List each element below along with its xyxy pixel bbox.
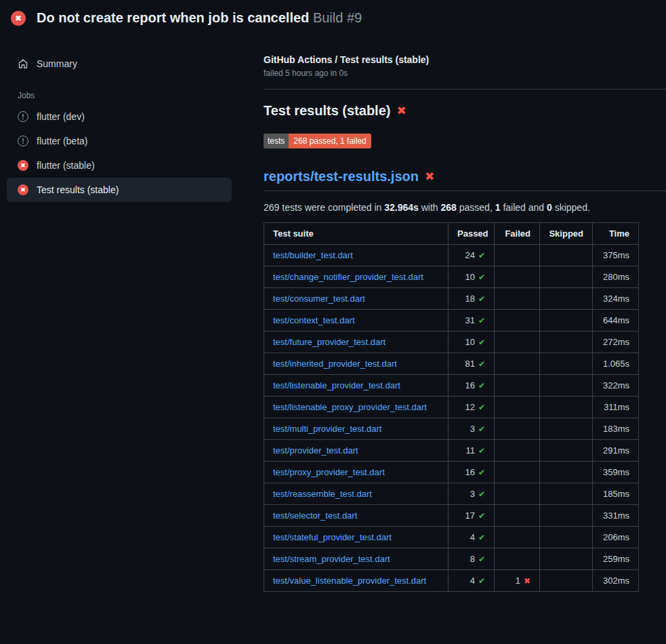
time-cell: 324ms (593, 288, 639, 310)
report-heading: reports/test-results.json ✖ (264, 169, 666, 191)
check-icon: ✔ (478, 555, 485, 564)
test-suite-link[interactable]: test/builder_test.dart (273, 250, 353, 260)
table-row: test/context_test.dart31✔644ms (264, 310, 639, 331)
suite-cell: test/inherited_provider_test.dart (264, 353, 449, 375)
header-test-suite: Test suite (264, 223, 449, 245)
section-title: Test results (stable) ✖ (264, 103, 666, 119)
failed-status-icon: ✖ (18, 184, 28, 195)
failed-cell: 1✖ (495, 570, 540, 592)
passed-count: 268 (441, 202, 457, 213)
run-title: Do not create report when job is cancell… (37, 10, 309, 25)
report-link[interactable]: reports/test-results.json (264, 169, 419, 184)
failed-cell (495, 440, 540, 462)
skipped-cell (540, 548, 593, 570)
check-icon: ✔ (478, 446, 485, 456)
test-suite-link[interactable]: test/reassemble_test.dart (273, 489, 372, 499)
status-line: failed 5 hours ago in 0s (264, 68, 666, 78)
skipped-cell (540, 353, 593, 375)
duration-value: 32.964s (384, 202, 419, 213)
failed-cell (495, 505, 540, 527)
sidebar-item-summary[interactable]: Summary (7, 52, 232, 76)
test-suite-link[interactable]: test/proxy_provider_test.dart (273, 467, 385, 477)
check-icon: ✔ (478, 533, 485, 542)
sidebar-item-test-results-stable[interactable]: ✖ Test results (stable) (7, 178, 232, 202)
neutral-status-icon: ! (18, 136, 28, 146)
table-row: test/listenable_provider_test.dart16✔322… (264, 375, 639, 397)
header-failed: Failed (495, 223, 540, 245)
test-suite-link[interactable]: test/selector_test.dart (273, 510, 357, 521)
failed-cell (495, 288, 540, 310)
failed-count: 1 (495, 202, 501, 213)
page-title: Do not create report when job is cancell… (37, 10, 362, 26)
test-suite-link[interactable]: test/stream_provider_test.dart (273, 554, 390, 564)
failed-status-icon: ✖ (11, 11, 26, 26)
suite-cell: test/provider_test.dart (264, 440, 449, 462)
time-cell: 331ms (593, 505, 639, 527)
suite-cell: test/future_provider_test.dart (264, 331, 449, 353)
sidebar: Summary Jobs ! flutter (dev) ! flutter (… (0, 34, 232, 202)
passed-cell: 24✔ (449, 245, 495, 266)
skipped-cell (540, 266, 593, 288)
check-icon: ✔ (478, 338, 485, 347)
sidebar-item-flutter-stable[interactable]: ✖ flutter (stable) (7, 153, 232, 178)
test-suite-link[interactable]: test/future_provider_test.dart (273, 337, 386, 347)
test-suite-link[interactable]: test/inherited_provider_test.dart (273, 359, 397, 369)
test-suite-link[interactable]: test/multi_provider_test.dart (273, 424, 381, 434)
time-cell: 375ms (593, 245, 639, 266)
test-suite-link[interactable]: test/listenable_provider_test.dart (273, 380, 400, 390)
sidebar-item-flutter-dev[interactable]: ! flutter (dev) (7, 104, 232, 129)
failed-cell (495, 266, 540, 288)
test-suite-link[interactable]: test/context_test.dart (273, 315, 355, 325)
test-suite-link[interactable]: test/change_notifier_provider_test.dart (273, 272, 423, 282)
test-table-body: test/builder_test.dart24✔375mstest/chang… (264, 245, 639, 592)
failed-cell (495, 483, 540, 505)
time-cell: 259ms (593, 548, 639, 570)
header-time: Time (593, 223, 639, 245)
skipped-cell (540, 440, 593, 462)
suite-cell: test/proxy_provider_test.dart (264, 462, 449, 483)
table-row: test/provider_test.dart11✔291ms (264, 440, 639, 462)
suite-cell: test/builder_test.dart (264, 245, 449, 266)
suite-cell: test/listenable_proxy_provider_test.dart (264, 397, 449, 418)
job-label: Test results (stable) (37, 184, 119, 195)
skipped-cell (540, 570, 593, 592)
skipped-cell (540, 375, 593, 397)
failed-status-icon: ✖ (18, 160, 28, 171)
badge-value: 268 passed, 1 failed (289, 134, 371, 148)
passed-cell: 11✔ (449, 440, 495, 462)
passed-cell: 3✔ (449, 483, 495, 505)
suite-cell: test/listenable_provider_test.dart (264, 375, 449, 397)
sidebar-item-flutter-beta[interactable]: ! flutter (beta) (7, 129, 232, 153)
jobs-section-label: Jobs (18, 91, 232, 100)
passed-cell: 10✔ (449, 331, 495, 353)
time-cell: 359ms (593, 462, 639, 483)
suite-cell: test/reassemble_test.dart (264, 483, 449, 505)
skipped-cell (540, 310, 593, 331)
table-row: test/stateful_provider_test.dart4✔206ms (264, 527, 639, 548)
passed-cell: 12✔ (449, 397, 495, 418)
build-number: Build #9 (313, 10, 362, 25)
suite-cell: test/multi_provider_test.dart (264, 418, 449, 440)
test-suite-link[interactable]: test/value_listenable_provider_test.dart (273, 576, 426, 586)
table-row: test/consumer_test.dart18✔324ms (264, 288, 639, 310)
test-suite-link[interactable]: test/provider_test.dart (273, 445, 358, 456)
failed-cell (495, 462, 540, 483)
skipped-cell (540, 527, 593, 548)
time-cell: 644ms (593, 310, 639, 331)
table-row: test/multi_provider_test.dart3✔183ms (264, 418, 639, 440)
sidebar-summary-label: Summary (37, 58, 77, 69)
passed-cell: 4✔ (449, 570, 495, 592)
skipped-cell (540, 418, 593, 440)
failed-cell (495, 397, 540, 418)
failed-cell (495, 375, 540, 397)
time-cell: 280ms (593, 266, 639, 288)
failed-cell (495, 331, 540, 353)
table-row: test/builder_test.dart24✔375ms (264, 245, 639, 266)
test-suite-link[interactable]: test/listenable_proxy_provider_test.dart (273, 402, 427, 412)
failed-cell (495, 527, 540, 548)
x-icon: ✖ (396, 104, 406, 118)
test-suite-link[interactable]: test/stateful_provider_test.dart (273, 532, 392, 542)
time-cell: 291ms (593, 440, 639, 462)
test-suite-link[interactable]: test/consumer_test.dart (273, 294, 365, 304)
skipped-cell (540, 331, 593, 353)
